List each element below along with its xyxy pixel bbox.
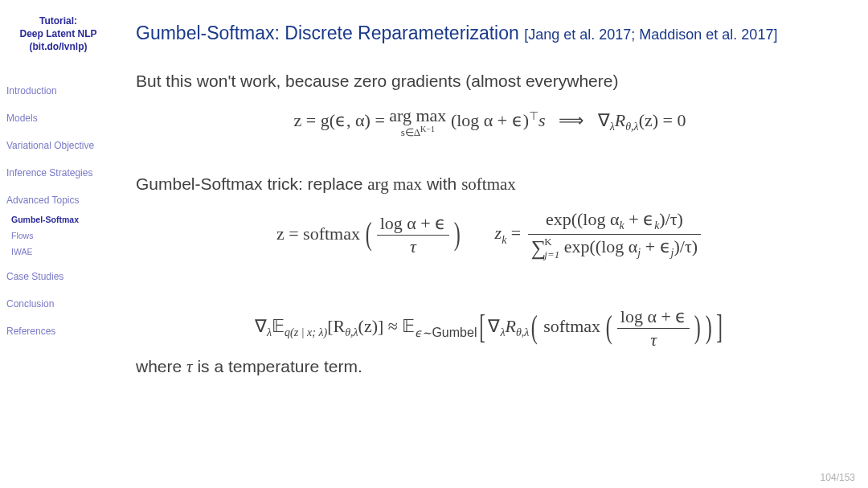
tutorial-title: Tutorial: Deep Latent NLP (bit.do/lvnlp) <box>6 14 110 54</box>
eq2b-num-a: exp((log α <box>546 209 620 229</box>
eq3-grad1: ∇ <box>255 316 267 336</box>
eq1-body: (log α + ϵ) <box>451 110 529 130</box>
eq1-argmax-K: K−1 <box>420 125 435 133</box>
eq1-argmax: arg max <box>389 105 446 126</box>
eq1-argmax-sub: s∈Δ <box>401 126 420 138</box>
eq1-implies: ⟹ <box>559 110 584 130</box>
title-main: Gumbel-Softmax: Discrete Reparameterizat… <box>136 23 519 43</box>
nav-case-studies[interactable]: Case Studies <box>6 270 110 283</box>
eq2b-sigma-sub: j=1 <box>544 248 559 261</box>
p2-softmax: softmax <box>461 174 516 194</box>
nav-introduction[interactable]: Introduction <box>6 84 110 97</box>
eq2b-sigma-sup: K <box>544 236 559 248</box>
eq1-lhs: z = g(ϵ, α) = <box>294 110 390 130</box>
p2-a: Gumbel-Softmax trick: replace <box>136 174 367 193</box>
eq3-grad2: ∇ <box>488 316 500 336</box>
paragraph-1: But this won't work, because zero gradie… <box>136 72 844 91</box>
paragraph-2: Gumbel-Softmax trick: replace arg max wi… <box>136 174 844 195</box>
title-line2: Deep Latent NLP <box>19 28 96 39</box>
eq3-tl2: θ,λ <box>516 327 529 339</box>
p3-a: where <box>136 357 186 375</box>
equation-argmax: z = g(ϵ, α) = arg max s∈ΔK−1 (log α + ϵ)… <box>136 105 844 139</box>
eq3-Rz: [R <box>327 316 345 336</box>
p2-b: with <box>422 174 461 193</box>
eq3-softmax: softmax <box>543 316 600 336</box>
eq1-top: ⊤ <box>529 110 538 122</box>
p2-argmax: arg max <box>367 174 422 194</box>
eq2a-lhs: z = <box>276 223 303 244</box>
eq2b-eq: = <box>506 223 525 244</box>
eq3-tl1: θ,λ <box>345 327 358 339</box>
eq3-z2: (z)] ≈ <box>358 316 403 336</box>
eq2b-num-b: + ϵ <box>624 209 654 229</box>
eq2b-den-b: + ϵ <box>641 236 670 256</box>
nav-conclusion[interactable]: Conclusion <box>6 297 110 310</box>
eq3-q: q(z | x; λ) <box>285 327 327 339</box>
eq2a-num: log α + ϵ <box>377 213 450 236</box>
eq2b-den-c: )/τ) <box>674 236 698 256</box>
page-current: 104 <box>821 472 837 483</box>
eq1-theta-lambda: θ,λ <box>625 121 638 133</box>
nav-references[interactable]: References <box>6 325 110 338</box>
eq2b-den-a: exp((log α <box>559 236 637 256</box>
nav-sub-gumbel-softmax[interactable]: Gumbel-Softmax <box>11 214 110 225</box>
page-number: 104/153 <box>821 472 855 483</box>
eq1-R: R <box>615 110 625 130</box>
nav-inference-strategies[interactable]: Inference Strategies <box>6 166 110 179</box>
eq3-E2: 𝔼 <box>402 316 415 336</box>
p3-b: is a temperature term. <box>193 357 362 375</box>
title-citation: [Jang et al. 2017; Maddison et al. 2017] <box>524 27 777 43</box>
slide: Tutorial: Deep Latent NLP (bit.do/lvnlp)… <box>0 0 868 488</box>
nav-sub-iwae[interactable]: IWAE <box>11 246 110 257</box>
eq2b-lhs: z <box>495 223 502 244</box>
eq2a-softmax: softmax <box>303 223 360 244</box>
equation-gradient-approx: ∇λ𝔼q(z | x; λ)[Rθ,λ(z)] ≈ 𝔼ϵ∼Gumbel[∇λRθ… <box>136 306 844 351</box>
sidebar: Tutorial: Deep Latent NLP (bit.do/lvnlp)… <box>0 0 117 488</box>
eq1-s: s <box>538 110 546 130</box>
title-line1: Tutorial: <box>39 15 77 27</box>
nav-sub-flows[interactable]: Flows <box>11 230 110 241</box>
eq2a-den: τ <box>410 236 416 256</box>
equation-softmax-def: z = softmax ( log α + ϵ τ ) zk = exp((lo… <box>136 209 844 260</box>
eq3-E1: 𝔼 <box>272 316 285 336</box>
title-line3: (bit.do/lvnlp) <box>30 41 88 52</box>
eq3-num: log α + ϵ <box>617 306 690 329</box>
eq3-den: τ <box>650 330 657 350</box>
nav-variational-objective[interactable]: Variational Objective <box>6 139 110 152</box>
eq1-z: (z) = 0 <box>639 110 686 130</box>
paragraph-3: where τ is a temperature term. <box>136 357 844 377</box>
eq1-grad: ∇ <box>598 110 610 130</box>
eq3-R2: R <box>506 316 516 336</box>
nav-models[interactable]: Models <box>6 112 110 125</box>
slide-title: Gumbel-Softmax: Discrete Reparameterizat… <box>136 23 844 44</box>
eq2b-num-c: )/τ) <box>659 209 683 229</box>
page-total: 153 <box>839 472 855 483</box>
p3-tau: τ <box>186 357 193 376</box>
nav-advanced-topics[interactable]: Advanced Topics <box>6 194 110 207</box>
content: Gumbel-Softmax: Discrete Reparameterizat… <box>117 0 868 488</box>
